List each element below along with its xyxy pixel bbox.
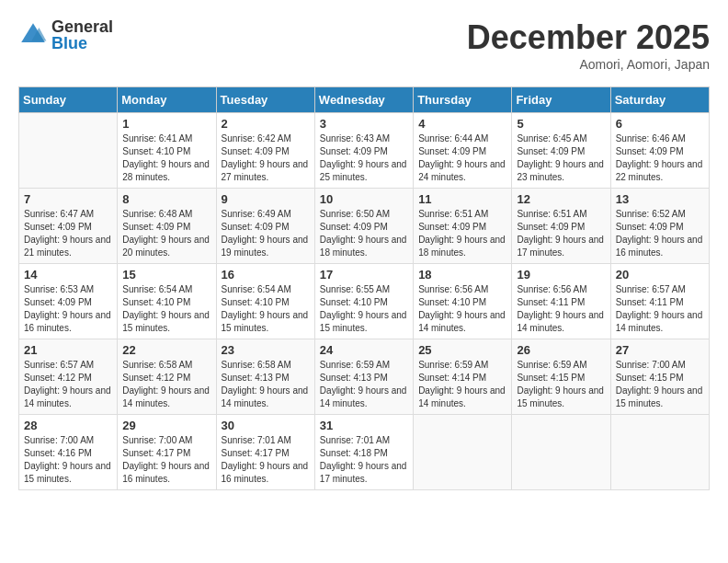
day-number: 30 <box>222 419 310 432</box>
day-info: Sunrise: 6:43 AMSunset: 4:09 PMDaylight:… <box>320 132 408 184</box>
calendar-cell: 31Sunrise: 7:01 AMSunset: 4:18 PMDayligh… <box>314 415 413 490</box>
calendar-week-row: 28Sunrise: 7:00 AMSunset: 4:16 PMDayligh… <box>19 415 710 490</box>
logo-blue: Blue <box>51 35 113 52</box>
day-info: Sunrise: 6:48 AMSunset: 4:09 PMDaylight:… <box>122 208 210 259</box>
calendar-week-row: 7Sunrise: 6:47 AMSunset: 4:09 PMDaylight… <box>19 189 710 264</box>
day-number: 14 <box>24 268 112 282</box>
day-info: Sunrise: 6:54 AMSunset: 4:10 PMDaylight:… <box>122 283 210 335</box>
day-number: 16 <box>222 268 310 282</box>
calendar-cell: 13Sunrise: 6:52 AMSunset: 4:09 PMDayligh… <box>610 189 709 264</box>
title-block: December 2025 Aomori, Aomori, Japan <box>467 18 710 72</box>
calendar-week-row: 21Sunrise: 6:57 AMSunset: 4:12 PMDayligh… <box>19 339 710 415</box>
calendar-week-row: 14Sunrise: 6:53 AMSunset: 4:09 PMDayligh… <box>19 264 710 339</box>
logo-icon <box>18 20 48 50</box>
calendar-cell: 18Sunrise: 6:56 AMSunset: 4:10 PMDayligh… <box>414 264 512 339</box>
day-info: Sunrise: 7:00 AMSunset: 4:15 PMDaylight:… <box>616 359 704 410</box>
weekday-header: Wednesday <box>314 87 413 113</box>
day-number: 10 <box>320 192 408 206</box>
day-number: 7 <box>24 192 112 206</box>
logo-general: General <box>51 18 113 35</box>
day-info: Sunrise: 7:01 AMSunset: 4:17 PMDaylight:… <box>222 434 310 486</box>
day-number: 5 <box>517 117 605 131</box>
day-info: Sunrise: 6:50 AMSunset: 4:09 PMDaylight:… <box>320 208 408 259</box>
page-header: General Blue December 2025 Aomori, Aomor… <box>18 18 710 72</box>
calendar-cell: 30Sunrise: 7:01 AMSunset: 4:17 PMDayligh… <box>216 415 314 490</box>
day-info: Sunrise: 7:00 AMSunset: 4:16 PMDaylight:… <box>24 434 112 486</box>
logo: General Blue <box>18 18 113 52</box>
day-number: 22 <box>122 343 210 357</box>
day-number: 26 <box>517 343 605 357</box>
calendar-cell: 2Sunrise: 6:42 AMSunset: 4:09 PMDaylight… <box>216 113 314 189</box>
day-number: 29 <box>122 419 210 432</box>
day-number: 2 <box>222 117 310 131</box>
calendar-cell: 10Sunrise: 6:50 AMSunset: 4:09 PMDayligh… <box>314 189 413 264</box>
calendar-week-row: 1Sunrise: 6:41 AMSunset: 4:10 PMDaylight… <box>19 113 710 189</box>
calendar-cell: 16Sunrise: 6:54 AMSunset: 4:10 PMDayligh… <box>216 264 314 339</box>
month-title: December 2025 <box>467 18 710 57</box>
calendar-cell: 7Sunrise: 6:47 AMSunset: 4:09 PMDaylight… <box>19 189 118 264</box>
day-info: Sunrise: 6:45 AMSunset: 4:09 PMDaylight:… <box>517 132 605 184</box>
calendar-cell: 22Sunrise: 6:58 AMSunset: 4:12 PMDayligh… <box>118 339 216 415</box>
day-info: Sunrise: 6:41 AMSunset: 4:10 PMDaylight:… <box>122 132 210 184</box>
day-number: 24 <box>320 343 408 357</box>
day-number: 31 <box>320 419 408 432</box>
calendar-cell: 4Sunrise: 6:44 AMSunset: 4:09 PMDaylight… <box>414 113 512 189</box>
calendar-cell <box>414 415 512 490</box>
calendar-cell: 6Sunrise: 6:46 AMSunset: 4:09 PMDaylight… <box>610 113 709 189</box>
day-info: Sunrise: 6:44 AMSunset: 4:09 PMDaylight:… <box>418 132 506 184</box>
calendar-cell: 20Sunrise: 6:57 AMSunset: 4:11 PMDayligh… <box>610 264 709 339</box>
day-info: Sunrise: 6:57 AMSunset: 4:11 PMDaylight:… <box>616 283 704 335</box>
calendar-cell: 15Sunrise: 6:54 AMSunset: 4:10 PMDayligh… <box>118 264 216 339</box>
weekday-header: Monday <box>118 87 216 113</box>
calendar-table: SundayMondayTuesdayWednesdayThursdayFrid… <box>18 86 710 490</box>
day-info: Sunrise: 6:52 AMSunset: 4:09 PMDaylight:… <box>616 208 704 259</box>
calendar-cell: 25Sunrise: 6:59 AMSunset: 4:14 PMDayligh… <box>414 339 512 415</box>
day-info: Sunrise: 6:54 AMSunset: 4:10 PMDaylight:… <box>222 283 310 335</box>
day-info: Sunrise: 6:46 AMSunset: 4:09 PMDaylight:… <box>616 132 704 184</box>
day-number: 28 <box>24 419 112 432</box>
day-number: 1 <box>122 117 210 131</box>
calendar-cell: 21Sunrise: 6:57 AMSunset: 4:12 PMDayligh… <box>19 339 118 415</box>
calendar-cell: 11Sunrise: 6:51 AMSunset: 4:09 PMDayligh… <box>414 189 512 264</box>
day-info: Sunrise: 7:01 AMSunset: 4:18 PMDaylight:… <box>320 434 408 486</box>
day-number: 13 <box>616 192 704 206</box>
day-info: Sunrise: 6:55 AMSunset: 4:10 PMDaylight:… <box>320 283 408 335</box>
day-number: 3 <box>320 117 408 131</box>
weekday-header: Tuesday <box>216 87 314 113</box>
day-info: Sunrise: 6:47 AMSunset: 4:09 PMDaylight:… <box>24 208 112 259</box>
day-info: Sunrise: 6:42 AMSunset: 4:09 PMDaylight:… <box>222 132 310 184</box>
day-number: 17 <box>320 268 408 282</box>
day-info: Sunrise: 6:53 AMSunset: 4:09 PMDaylight:… <box>24 283 112 335</box>
day-number: 4 <box>418 117 506 131</box>
calendar-cell: 1Sunrise: 6:41 AMSunset: 4:10 PMDaylight… <box>118 113 216 189</box>
calendar-cell: 14Sunrise: 6:53 AMSunset: 4:09 PMDayligh… <box>19 264 118 339</box>
calendar-cell <box>610 415 709 490</box>
day-number: 15 <box>122 268 210 282</box>
calendar-header-row: SundayMondayTuesdayWednesdayThursdayFrid… <box>19 87 710 113</box>
calendar-cell: 24Sunrise: 6:59 AMSunset: 4:13 PMDayligh… <box>314 339 413 415</box>
day-info: Sunrise: 6:58 AMSunset: 4:13 PMDaylight:… <box>222 359 310 410</box>
day-number: 9 <box>222 192 310 206</box>
day-number: 18 <box>418 268 506 282</box>
day-number: 19 <box>517 268 605 282</box>
weekday-header: Sunday <box>19 87 118 113</box>
calendar-cell: 29Sunrise: 7:00 AMSunset: 4:17 PMDayligh… <box>118 415 216 490</box>
day-number: 8 <box>122 192 210 206</box>
day-number: 23 <box>222 343 310 357</box>
logo-text: General Blue <box>51 18 113 52</box>
calendar-cell: 5Sunrise: 6:45 AMSunset: 4:09 PMDaylight… <box>512 113 610 189</box>
day-info: Sunrise: 6:59 AMSunset: 4:13 PMDaylight:… <box>320 359 408 410</box>
day-number: 12 <box>517 192 605 206</box>
day-info: Sunrise: 6:59 AMSunset: 4:14 PMDaylight:… <box>418 359 506 410</box>
calendar-cell: 23Sunrise: 6:58 AMSunset: 4:13 PMDayligh… <box>216 339 314 415</box>
day-info: Sunrise: 6:56 AMSunset: 4:10 PMDaylight:… <box>418 283 506 335</box>
day-info: Sunrise: 6:58 AMSunset: 4:12 PMDaylight:… <box>122 359 210 410</box>
calendar-cell: 8Sunrise: 6:48 AMSunset: 4:09 PMDaylight… <box>118 189 216 264</box>
calendar-cell: 26Sunrise: 6:59 AMSunset: 4:15 PMDayligh… <box>512 339 610 415</box>
day-info: Sunrise: 7:00 AMSunset: 4:17 PMDaylight:… <box>122 434 210 486</box>
day-number: 6 <box>616 117 704 131</box>
day-number: 25 <box>418 343 506 357</box>
day-number: 20 <box>616 268 704 282</box>
calendar-cell: 27Sunrise: 7:00 AMSunset: 4:15 PMDayligh… <box>610 339 709 415</box>
calendar-cell <box>512 415 610 490</box>
